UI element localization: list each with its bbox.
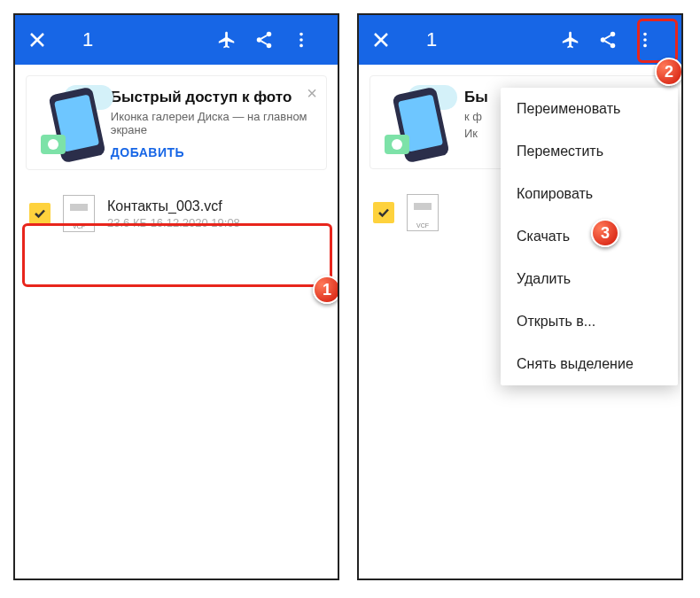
file-info: Контакты_003.vcf 23.6 КБ 16.12.2020 19:0… bbox=[107, 198, 240, 229]
selection-count: 1 bbox=[426, 28, 437, 51]
svg-point-9 bbox=[643, 33, 647, 36]
promo-add-button[interactable]: ДОБАВИТЬ bbox=[111, 145, 184, 159]
context-menu: Переименовать Переместить Копировать Ска… bbox=[501, 88, 678, 385]
checkbox-checked[interactable] bbox=[29, 203, 51, 224]
promo-illustration bbox=[383, 89, 454, 159]
promo-text: Бы к ф Ик bbox=[464, 89, 488, 159]
svg-point-6 bbox=[611, 32, 616, 37]
promo-title: Быстрый доступ к фото bbox=[111, 89, 314, 106]
screen-left: 1 × Быстрый доступ к фото Иконка галереи… bbox=[13, 13, 339, 580]
menu-deselect[interactable]: Снять выделение bbox=[501, 343, 678, 385]
close-icon[interactable] bbox=[373, 32, 410, 48]
menu-move[interactable]: Переместить bbox=[501, 130, 678, 173]
svg-point-1 bbox=[257, 37, 262, 43]
menu-delete[interactable]: Удалить bbox=[501, 258, 678, 300]
offline-icon[interactable] bbox=[217, 30, 254, 50]
svg-point-2 bbox=[267, 43, 272, 48]
menu-open-in[interactable]: Открыть в... bbox=[501, 300, 678, 343]
svg-point-4 bbox=[299, 38, 303, 42]
callout-1: 1 bbox=[313, 276, 339, 304]
share-icon[interactable] bbox=[598, 30, 635, 50]
promo-card: × Быстрый доступ к фото Иконка галереи Д… bbox=[26, 75, 327, 170]
close-icon[interactable]: × bbox=[307, 83, 317, 104]
promo-illustration bbox=[39, 89, 100, 159]
svg-point-0 bbox=[267, 32, 272, 37]
file-meta: 23.6 КБ 16.12.2020 19:08 bbox=[107, 216, 240, 229]
menu-rename[interactable]: Переименовать bbox=[501, 88, 678, 130]
promo-subtitle: Иконка галереи Диска — на главном экране bbox=[111, 110, 314, 136]
svg-point-3 bbox=[299, 33, 303, 36]
promo-title: Бы bbox=[464, 89, 488, 106]
svg-point-5 bbox=[299, 44, 303, 48]
callout-2: 2 bbox=[655, 58, 683, 86]
close-icon[interactable] bbox=[29, 32, 66, 48]
offline-icon[interactable] bbox=[561, 30, 598, 50]
svg-point-10 bbox=[643, 38, 647, 42]
promo-subtitle-crop: к ф bbox=[464, 110, 488, 123]
more-menu-icon[interactable] bbox=[292, 30, 329, 50]
more-menu-icon[interactable] bbox=[635, 30, 673, 50]
svg-point-7 bbox=[601, 37, 606, 43]
menu-copy[interactable]: Копировать bbox=[501, 173, 678, 215]
selection-toolbar: 1 bbox=[15, 15, 338, 65]
svg-point-8 bbox=[611, 43, 616, 48]
selection-toolbar: 1 bbox=[359, 15, 681, 65]
promo-subtitle-crop2: Ик bbox=[464, 127, 488, 140]
menu-download[interactable]: Скачать bbox=[501, 215, 678, 258]
file-thumbnail: VCF bbox=[407, 194, 439, 231]
file-name: Контакты_003.vcf bbox=[107, 198, 240, 214]
file-row[interactable]: VCF Контакты_003.vcf 23.6 КБ 16.12.2020 … bbox=[22, 181, 331, 246]
promo-text: Быстрый доступ к фото Иконка галереи Дис… bbox=[111, 89, 314, 160]
screen-right: 1 Бы к ф Ик VCF Переименовать Переместит… bbox=[357, 13, 683, 580]
share-icon[interactable] bbox=[254, 30, 292, 50]
callout-3: 3 bbox=[591, 219, 619, 247]
svg-point-11 bbox=[643, 44, 647, 48]
checkbox-checked[interactable] bbox=[373, 202, 394, 223]
file-thumbnail: VCF bbox=[63, 195, 95, 232]
selection-count: 1 bbox=[82, 28, 93, 51]
